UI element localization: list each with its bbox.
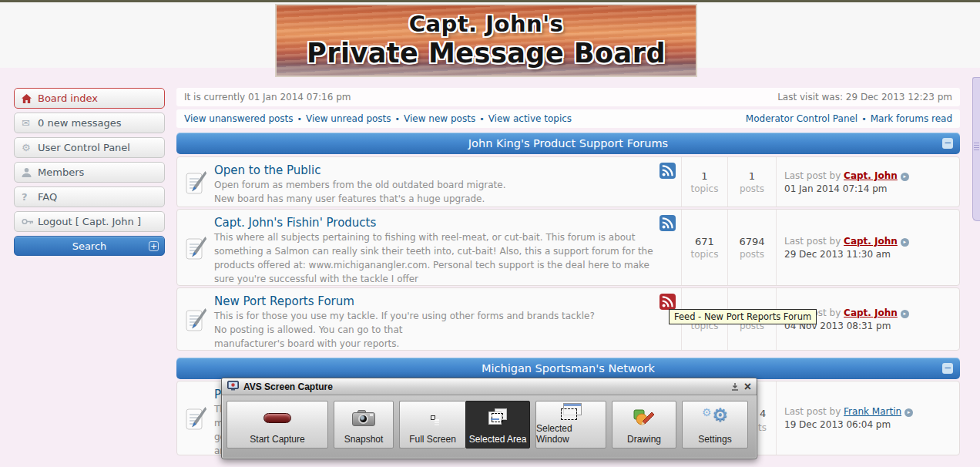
- forum-page-pen-icon: [177, 210, 214, 285]
- posts-cell: 1 posts: [727, 157, 776, 207]
- section-header-michigan-network[interactable]: Michigan Sportsman's Network −: [176, 358, 960, 379]
- forum-page-pen-icon: [177, 381, 214, 455]
- rss-feed-icon[interactable]: [659, 163, 676, 179]
- topics-count: 671: [695, 236, 714, 249]
- last-post-user-link[interactable]: Capt. John: [844, 170, 898, 181]
- sidebar-item-members[interactable]: Members: [14, 162, 165, 183]
- posts-count: 1: [749, 170, 755, 183]
- last-post-by-label: Last post by: [784, 406, 841, 417]
- feed-tooltip: Feed - New Port Reports Forum: [669, 309, 817, 324]
- selected-window-icon: [536, 401, 606, 423]
- goto-post-icon[interactable]: ▸: [901, 173, 909, 181]
- separator-bullet: •: [297, 114, 303, 124]
- separator-bullet: •: [861, 114, 867, 124]
- link-view-unread[interactable]: View unread posts: [306, 113, 391, 124]
- drawing-palette-icon: [612, 401, 676, 434]
- selected-area-button[interactable]: Selected Area: [465, 401, 530, 449]
- forum-title-link[interactable]: Open to the Public: [214, 163, 321, 177]
- full-screen-button[interactable]: Full Screen: [399, 401, 465, 449]
- collapse-icon[interactable]: −: [942, 138, 953, 149]
- link-view-unanswered[interactable]: View unanswered posts: [184, 113, 294, 124]
- last-post-user-link[interactable]: Capt. John: [844, 236, 898, 247]
- link-moderator-control-panel[interactable]: Moderator Control Panel: [746, 113, 858, 124]
- start-capture-button[interactable]: Start Capture: [227, 401, 328, 449]
- envelope-icon: ✉: [22, 117, 38, 129]
- sidebar-item-label: Board index: [38, 92, 98, 104]
- separator-bullet: •: [395, 114, 401, 124]
- search-button[interactable]: Search +: [14, 236, 165, 256]
- settings-button[interactable]: ⚙⚙ Settings: [682, 401, 748, 449]
- sidebar-item-user-control-panel[interactable]: ⚙ User Control Panel: [14, 137, 165, 158]
- question-icon: ?: [22, 191, 38, 203]
- gear-icon: ⚙: [22, 142, 38, 153]
- goto-post-icon[interactable]: ▸: [901, 310, 909, 318]
- status-bar: It is currently 01 Jan 2014 07:16 pm Las…: [176, 88, 960, 106]
- sidebar-item-new-messages[interactable]: ✉ 0 new messages: [14, 113, 165, 133]
- topics-label: topics: [691, 249, 719, 260]
- dialog-title-bar[interactable]: AVS Screen Capture ×: [222, 378, 757, 395]
- quick-links-right: Moderator Control Panel•Mark forums read: [746, 113, 952, 124]
- goto-post-icon[interactable]: ▸: [904, 408, 913, 417]
- last-post-user-link[interactable]: Capt. John: [844, 307, 898, 318]
- sidebar-item-logout[interactable]: Logout [ Capt. John ]: [14, 211, 165, 232]
- scrollbar-grip-line: [974, 147, 979, 148]
- forum-page-pen-icon: [177, 288, 214, 350]
- sidebar-item-label: Members: [38, 166, 84, 178]
- selected-window-button[interactable]: Selected Window: [535, 401, 606, 449]
- scrollbar-grip-line: [974, 145, 979, 146]
- forum-description: Open forum as members from the old outda…: [214, 178, 653, 206]
- search-expand-icon[interactable]: +: [149, 241, 159, 251]
- last-post-date: 29 Dec 2013 11:30 am: [784, 249, 951, 260]
- gears-icon: ⚙⚙: [683, 401, 747, 434]
- forum-description: This where all subjects pertaining to fi…: [214, 230, 653, 286]
- home-icon: [22, 94, 38, 103]
- last-post-by-label: Last post by: [784, 170, 841, 181]
- forum-title-link[interactable]: New Port Reports Forum: [214, 294, 354, 308]
- scrollbar-grip-line: [974, 150, 979, 150]
- quick-links-left: View unanswered posts•View unread posts•…: [184, 113, 572, 124]
- last-post-cell: Last post by Capt. John▸ 29 Dec 2013 11:…: [776, 210, 959, 285]
- rss-feed-icon[interactable]: [659, 215, 676, 231]
- posts-label: posts: [740, 249, 764, 260]
- forum-page-pen-icon: [177, 157, 214, 207]
- rss-feed-icon-hovered[interactable]: [659, 294, 676, 310]
- last-post-date: 01 Jan 2014 07:14 pm: [784, 183, 951, 194]
- capture-mode-group: Full Screen Selected Area: [399, 401, 530, 449]
- pin-icon[interactable]: [730, 382, 740, 391]
- posts-count: 6794: [739, 236, 764, 249]
- last-post-date: 19 Dec 2013 06:04 pm: [784, 419, 951, 430]
- collapse-icon[interactable]: −: [942, 363, 953, 374]
- sidebar-item-label: FAQ: [38, 191, 57, 203]
- section-title: Michigan Sportsman's Network: [482, 362, 655, 375]
- drawing-button[interactable]: Drawing: [612, 401, 676, 449]
- sidebar-item-label: 0 new messages: [38, 117, 122, 129]
- last-post-cell: Last post by Capt. John▸ 01 Jan 2014 07:…: [776, 157, 959, 207]
- last-post-by-label: Last post by: [784, 236, 841, 247]
- forum-row-fishin-products: Capt. John's Fishin' Products This where…: [176, 209, 960, 286]
- link-view-active[interactable]: View active topics: [488, 113, 572, 124]
- sidebar-item-label: Logout [ Capt. John ]: [38, 216, 141, 227]
- section-header-product-support[interactable]: John King's Product Support Forums −: [176, 133, 960, 154]
- search-button-label: Search: [72, 240, 107, 252]
- topics-label: topics: [691, 183, 719, 194]
- goto-post-icon[interactable]: ▸: [901, 238, 909, 247]
- forum-row-open-to-public: Open to the Public Open forum as members…: [176, 156, 960, 207]
- last-post-user-link[interactable]: Frank Martin: [844, 406, 901, 417]
- forum-title-link-fragment[interactable]: P: [214, 388, 221, 401]
- record-pill-icon: [227, 401, 327, 434]
- scrollbar-strip[interactable]: [972, 77, 980, 221]
- sidebar-item-board-index[interactable]: Board index: [14, 88, 165, 109]
- snapshot-button[interactable]: Snapshot: [334, 401, 394, 449]
- posts-label: posts: [740, 183, 764, 194]
- sidebar-item-label: User Control Panel: [38, 142, 130, 153]
- link-view-new[interactable]: View new posts: [404, 113, 475, 124]
- last-post-cell: Last post by Frank Martin▸ 19 Dec 2013 0…: [776, 381, 959, 455]
- person-icon: [22, 167, 38, 177]
- camera-icon: [334, 401, 393, 434]
- forum-row-port-reports: New Port Reports Forum This is for those…: [176, 287, 960, 351]
- sidebar-item-faq[interactable]: ? FAQ: [14, 186, 165, 207]
- forum-title-link[interactable]: Capt. John's Fishin' Products: [214, 216, 376, 230]
- topics-count: 1: [701, 170, 707, 183]
- link-mark-forums-read[interactable]: Mark forums read: [871, 113, 952, 124]
- close-icon[interactable]: ×: [744, 381, 751, 392]
